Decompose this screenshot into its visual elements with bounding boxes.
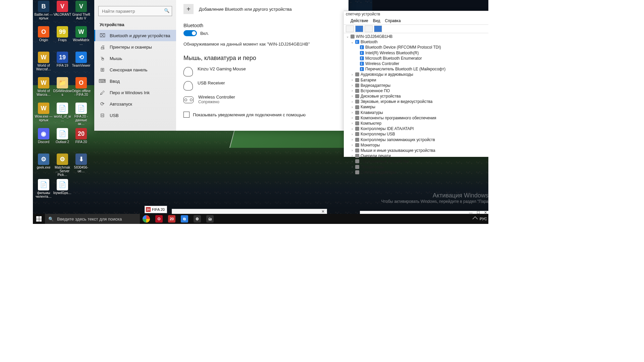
desktop-icon[interactable]: BBattle.net — ярлык bbox=[34, 1, 53, 26]
device-row[interactable]: USB Receiver bbox=[183, 78, 341, 93]
tree-node[interactable]: Перечислитель Bluetooth LE (Майкрософт) bbox=[355, 66, 486, 72]
sidebar-item[interactable]: 🖊Перо и Windows Ink bbox=[94, 87, 176, 98]
desktop-icon[interactable]: OOrigin bbox=[34, 26, 53, 52]
desktop-icon[interactable]: VVALORANT bbox=[53, 1, 72, 26]
tree-node[interactable]: › Компьютер bbox=[351, 121, 486, 126]
desktop-icon[interactable]: 📄фильмы челента… bbox=[34, 179, 53, 204]
tree-node[interactable]: › Процессоры bbox=[351, 164, 486, 170]
device-manager-window: спетчер устройств ДействиеВидСправка ⌄ W… bbox=[344, 11, 488, 157]
checkbox-icon[interactable] bbox=[183, 112, 190, 118]
tree-node[interactable]: › Мыши и иные указывающие устройства bbox=[351, 148, 486, 153]
sidebar-item[interactable]: ⟳Автозапуск bbox=[94, 98, 176, 110]
origin-popup-label[interactable]: 20 FIFA 20 bbox=[145, 206, 167, 213]
desktop-icon[interactable]: 99Fraps bbox=[53, 26, 72, 52]
tree-node[interactable]: › Программные устройства bbox=[351, 159, 486, 164]
start-button[interactable] bbox=[33, 214, 45, 224]
tree-node[interactable]: › Компоненты программного обеспечения bbox=[351, 115, 486, 121]
taskbar-app[interactable]: ⚙ bbox=[191, 214, 204, 224]
system-tray[interactable]: РУС bbox=[473, 217, 488, 221]
settings-search-input[interactable] bbox=[98, 6, 172, 16]
tree-node[interactable]: › Встроенное ПО bbox=[351, 88, 486, 94]
desktop-icon[interactable]: WWowMatrix… bbox=[72, 26, 91, 52]
tree-node[interactable]: Microsoft Bluetooth Enumerator bbox=[355, 56, 486, 61]
tree-node[interactable]: › Клавиатуры bbox=[351, 110, 486, 115]
device-row[interactable]: Wireless ControllerСопряжено bbox=[183, 93, 341, 106]
desktop-icon[interactable]: ⚙Matchmak… Server Pick… bbox=[53, 154, 72, 179]
toolbar-button[interactable] bbox=[355, 25, 363, 32]
tree-node[interactable]: › Сетевые адаптеры bbox=[351, 170, 486, 175]
app-icon: 📄 bbox=[38, 179, 49, 190]
tree-node[interactable]: › Звуковые, игровые и видеоустройства bbox=[351, 99, 486, 104]
tree-node[interactable]: › Камеры bbox=[351, 104, 486, 110]
sidebar-item-label: Перо и Windows Ink bbox=[110, 90, 150, 95]
desktop-icon[interactable]: WWorld of Warcra… bbox=[34, 77, 53, 103]
tree-node[interactable]: › Видеоадаптеры bbox=[351, 83, 486, 88]
desktop-icon[interactable]: ◉Discord bbox=[34, 128, 53, 154]
desktop-icon-label: FIFA 19 bbox=[57, 64, 68, 67]
taskbar-app[interactable]: O bbox=[153, 214, 165, 224]
desktop-icon-label: FIFA 20 - данные ак… bbox=[72, 115, 91, 126]
sidebar-item[interactable]: 🖨Принтеры и сканеры bbox=[94, 41, 176, 53]
settings-window: 🔍 Устройства ⌧Bluetooth и другие устройс… bbox=[94, 0, 348, 131]
desktop-icon-label: World of Warcraf… bbox=[34, 64, 53, 71]
tray-language[interactable]: РУС bbox=[480, 217, 487, 221]
tree-node[interactable]: Intel(R) Wireless Bluetooth(R) bbox=[355, 50, 486, 56]
taskbar-app[interactable]: ⧉ bbox=[178, 214, 191, 224]
device-row[interactable]: Kinzu V2 Gaming Mouse bbox=[183, 64, 341, 78]
menu-item[interactable]: Справка bbox=[385, 18, 400, 23]
desktop-icon[interactable]: ⟲TeamViewer bbox=[72, 52, 91, 77]
chevron-up-icon[interactable] bbox=[473, 216, 478, 222]
tree-node[interactable]: ⌄ Bluetooth bbox=[351, 39, 486, 45]
tree-node[interactable]: › Контроллеры IDE ATA/ATAPI bbox=[351, 126, 486, 131]
desktop-icon[interactable]: WWorld of Warcraf… bbox=[34, 52, 53, 77]
taskbar-app[interactable] bbox=[140, 214, 153, 224]
desktop-icon[interactable]: 📄Outlast 2 bbox=[53, 128, 72, 154]
desktop-icon[interactable]: 📁DS4Windows bbox=[53, 77, 72, 103]
tree-node[interactable]: ⌄ WIN-1DJ264GB1HB bbox=[346, 34, 486, 39]
desktop-icon[interactable]: VGrand Theft Auto V bbox=[72, 1, 91, 26]
toolbar-button[interactable] bbox=[346, 25, 354, 32]
desktop-icon[interactable]: 20FIFA 20 bbox=[72, 128, 91, 154]
desktop-icon[interactable]: OOrigin offline - FIFA 20 bbox=[72, 77, 91, 103]
menu-item[interactable]: Вид bbox=[373, 18, 380, 23]
tree-node[interactable]: › Дисковые устройства bbox=[351, 94, 486, 99]
sidebar-item-label: Автозапуск bbox=[110, 102, 132, 107]
tree-node[interactable]: › Мониторы bbox=[351, 142, 486, 148]
desktop-icon[interactable]: 📄world_of_w… bbox=[53, 103, 72, 128]
sidebar-item[interactable]: ⌨Ввод bbox=[94, 75, 176, 87]
notification-checkbox-row[interactable]: Показывать уведомления для подключения с… bbox=[183, 112, 341, 118]
tree-node[interactable]: › Очереди печати bbox=[351, 153, 486, 159]
desktop-icon-label: Battle.net — ярлык bbox=[34, 13, 53, 20]
tree-node[interactable]: › Батареи bbox=[351, 77, 486, 83]
tree-node[interactable]: › Контроллеры запоминающих устройств bbox=[351, 137, 486, 142]
tree-node[interactable]: Bluetooth Device (RFCOMM Protocol TDI) bbox=[355, 45, 486, 50]
desktop-icon[interactable]: ⚙geek.exe bbox=[34, 154, 53, 179]
toolbar-button[interactable] bbox=[374, 25, 382, 32]
desktop-icon[interactable]: 📄loywdGps… bbox=[53, 179, 72, 204]
taskbar-app[interactable]: 20 bbox=[165, 214, 178, 224]
desktop-icon[interactable]: 19FIFA 19 bbox=[53, 52, 72, 77]
taskbar-search[interactable]: 🔍 Введите здесь текст для поиска bbox=[45, 214, 140, 224]
menu-item[interactable]: Действие bbox=[351, 18, 368, 23]
close-icon[interactable]: ✕ bbox=[321, 209, 325, 214]
section-mouse-heading: Мышь, клавиатура и перо bbox=[183, 55, 341, 62]
tree-node[interactable]: › Аудиовходы и аудиовыходы bbox=[351, 72, 486, 77]
desktop-icon[interactable]: ⬇5830456-ue… bbox=[72, 154, 91, 179]
taskbar-app[interactable]: 🗂 bbox=[204, 214, 216, 224]
bluetooth-toggle[interactable]: Вкл. bbox=[183, 30, 209, 36]
toggle-switch-icon[interactable] bbox=[183, 30, 197, 36]
sidebar-item[interactable]: ⊞Сенсорная панель bbox=[94, 64, 176, 75]
bluetooth-state: Вкл. bbox=[200, 31, 209, 36]
desktop-icon[interactable]: WWow.exe — ярлык bbox=[34, 103, 53, 128]
tree-node[interactable]: › Контроллеры USB bbox=[351, 131, 486, 137]
app-icon: ⚙ bbox=[57, 154, 68, 165]
toolbar-button[interactable] bbox=[365, 25, 373, 32]
tree-node[interactable]: Wireless Controller bbox=[355, 61, 486, 66]
settings-search: 🔍 bbox=[98, 6, 172, 16]
sidebar-item[interactable]: 🖱Мышь bbox=[94, 53, 176, 64]
plus-icon[interactable]: + bbox=[183, 4, 194, 14]
add-device-row[interactable]: + Добавление Bluetooth или другого устро… bbox=[183, 4, 341, 14]
desktop-icon[interactable]: 📄FIFA 20 - данные ак… bbox=[72, 103, 91, 128]
sidebar-item[interactable]: ⌧Bluetooth и другие устройства bbox=[94, 30, 176, 41]
sidebar-item[interactable]: ⊟USB bbox=[94, 110, 176, 121]
